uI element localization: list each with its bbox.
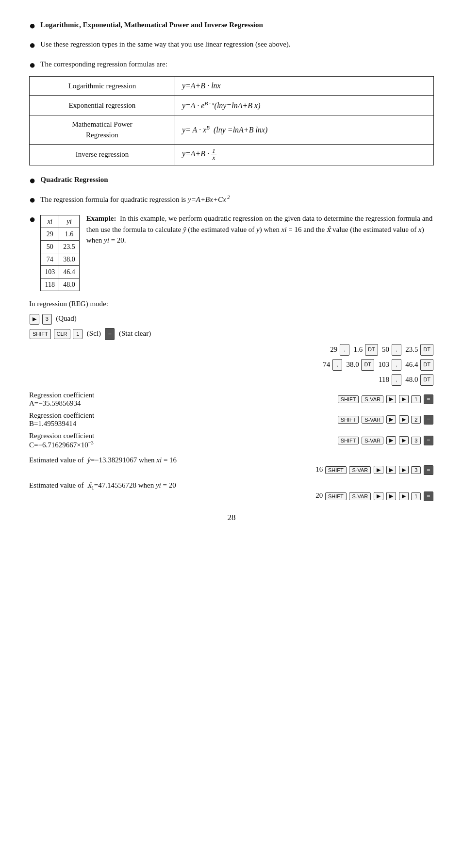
comma-key-1[interactable]: ,: [340, 344, 349, 356]
play-key-e1c[interactable]: ▶: [399, 466, 409, 474]
dt-key-1[interactable]: DT: [365, 344, 378, 356]
estimate2-block: Estimated value of x̂1=47.14556728 when …: [29, 481, 434, 501]
power-reg-formula: y= A · xB (lny =lnA+B lnx): [175, 115, 433, 144]
play-key-c2[interactable]: ▶: [399, 436, 409, 444]
key-clr[interactable]: CLR: [54, 329, 70, 340]
play-key-e1b[interactable]: ▶: [386, 466, 396, 474]
log-reg-label: Logarithmic regression: [30, 77, 175, 96]
coeff-a-value: A=−35.59856934: [29, 399, 94, 408]
coeff-a-block: Regression coefficient A=−35.59856934 SH…: [29, 391, 434, 408]
svar-key-e2[interactable]: S-VAR: [349, 492, 371, 500]
scl-label: (Scl): [85, 329, 103, 337]
table-row: Exponential regression y=A · eB · x(lny=…: [30, 96, 434, 115]
log-reg-formula: y=A+B · lnx: [175, 77, 433, 96]
key-1-e2[interactable]: 1: [411, 492, 421, 500]
bullet-icon-3: ●: [29, 59, 35, 71]
svar-key-a[interactable]: S-VAR: [362, 395, 383, 403]
play-key[interactable]: ▶: [30, 314, 39, 325]
key-1-a[interactable]: 1: [411, 395, 421, 403]
coeff-c-block: Regression coefficient C=−6.71629667×10−…: [29, 432, 434, 449]
play-key-a1[interactable]: ▶: [386, 395, 396, 403]
dt-key-2[interactable]: DT: [420, 344, 433, 356]
step-quad: ▶ 3 (Quad): [29, 312, 434, 324]
calc-line-3: 118 , 48.0 DT: [29, 373, 434, 386]
comma-key-5[interactable]: ,: [392, 374, 401, 386]
step-scl: SHIFT CLR 1 (Scl) = (Stat clear): [29, 328, 434, 340]
data-row: 5023.5: [41, 241, 80, 253]
shift-key-c[interactable]: SHIFT: [338, 437, 359, 444]
comma-key-4[interactable]: ,: [392, 359, 401, 371]
key-3[interactable]: 3: [42, 314, 52, 325]
coeff-c-value: C=−6.71629667×10−3: [29, 440, 94, 449]
coeff-a-label: Regression coefficient: [29, 391, 94, 399]
comma-key-3[interactable]: ,: [332, 359, 342, 371]
play-key-c1[interactable]: ▶: [386, 436, 396, 444]
key-3-c[interactable]: 3: [411, 437, 421, 444]
power-reg-label: Mathematical PowerRegression: [30, 115, 175, 144]
data-row: 291.6: [41, 228, 80, 241]
mode-line: In regression (REG) mode:: [29, 298, 434, 310]
bullet-icon-quad2: ●: [29, 194, 35, 206]
bullet-icon-2: ●: [29, 39, 35, 51]
data-row: 11848.0: [41, 278, 80, 291]
header-bullet2-text: Use these regression types in the same w…: [40, 39, 434, 50]
shift-key-e2[interactable]: SHIFT: [325, 492, 347, 500]
svar-key-e1[interactable]: S-VAR: [349, 466, 371, 474]
dt-key-5[interactable]: DT: [420, 374, 433, 386]
play-key-e2b[interactable]: ▶: [386, 492, 396, 500]
bullet-icon-quad3: ●: [29, 213, 35, 226]
inverse-reg-label: Inverse regression: [30, 144, 175, 165]
estimate1-block: Estimated value of ŷ=−13.38291067 when x…: [29, 456, 434, 475]
quadratic-example-bullet: ● xi yi 291.6 5023.5 7438.0 10346.4 1184…: [29, 213, 434, 291]
quadratic-formula: y=A+Bx+Cx 2: [188, 196, 230, 203]
play-key-b1[interactable]: ▶: [386, 415, 396, 424]
page-number: 28: [29, 513, 434, 523]
eq-key-scl[interactable]: =: [105, 328, 115, 340]
calc-line-2: 74 , 38.0 DT 103 , 46.4 DT: [29, 358, 434, 371]
play-key-b2[interactable]: ▶: [399, 415, 409, 424]
key-3-e1[interactable]: 3: [411, 466, 421, 474]
dt-key-3[interactable]: DT: [361, 359, 374, 371]
play-key-e2a[interactable]: ▶: [374, 492, 383, 500]
eq-key-c[interactable]: =: [424, 436, 433, 445]
header-bullet3-text: The corresponding regression formulas ar…: [40, 59, 434, 70]
play-key-a2[interactable]: ▶: [399, 395, 409, 403]
bullet-icon-1: ●: [29, 19, 35, 32]
quadratic-formula-bullet: ● The regression formula for quadratic r…: [29, 194, 434, 206]
shift-key-a[interactable]: SHIFT: [338, 395, 359, 403]
header-title: Logarithmic, Exponential, Mathematical P…: [40, 21, 263, 29]
exp-reg-formula: y=A · eB · x(lny=lnA+B x): [175, 96, 433, 115]
shift-key-e1[interactable]: SHIFT: [325, 466, 347, 474]
inverse-reg-formula: y=A+B · 1 x: [175, 144, 433, 165]
mode-text: In regression (REG) mode:: [29, 300, 108, 308]
key-shift-1[interactable]: SHIFT: [30, 329, 51, 340]
data-row: 10346.4: [41, 266, 80, 278]
dt-key-4[interactable]: DT: [420, 359, 433, 371]
svar-key-c[interactable]: S-VAR: [362, 437, 383, 444]
eq-key-b[interactable]: =: [424, 415, 433, 425]
coeff-c-label: Regression coefficient: [29, 432, 94, 440]
play-key-e2c[interactable]: ▶: [399, 492, 409, 500]
key-2-b[interactable]: 2: [411, 416, 421, 424]
quadratic-heading-bullet: ● Quadratic Regression: [29, 174, 434, 187]
table-row: Inverse regression y=A+B · 1 x: [30, 144, 434, 165]
quad-label: (Quad): [54, 314, 77, 322]
coeff-b-label: Regression coefficient: [29, 411, 94, 420]
example-description: Example: In this example, we perform qua…: [86, 214, 433, 244]
col-xi: xi: [41, 215, 59, 228]
regression-table: Logarithmic regression y=A+B · lnx Expon…: [29, 76, 434, 165]
svar-key-b[interactable]: S-VAR: [362, 416, 383, 424]
comma-key-2[interactable]: ,: [392, 344, 401, 356]
table-row: Mathematical PowerRegression y= A · xB (…: [30, 115, 434, 144]
eq-key-e1[interactable]: =: [424, 465, 433, 475]
eq-key-a[interactable]: =: [424, 394, 433, 404]
play-key-e1a[interactable]: ▶: [374, 466, 383, 474]
shift-key-b[interactable]: SHIFT: [338, 416, 359, 424]
eq-key-e2[interactable]: =: [424, 491, 433, 501]
bullet-icon-quad: ●: [29, 174, 35, 187]
example-data-table: xi yi 291.6 5023.5 7438.0 10346.4 11848.…: [40, 215, 80, 291]
key-1[interactable]: 1: [73, 329, 83, 340]
quadratic-heading: Quadratic Regression: [40, 176, 108, 183]
table-row: Logarithmic regression y=A+B · lnx: [30, 77, 434, 96]
coeff-b-value: B=1.495939414: [29, 420, 94, 428]
